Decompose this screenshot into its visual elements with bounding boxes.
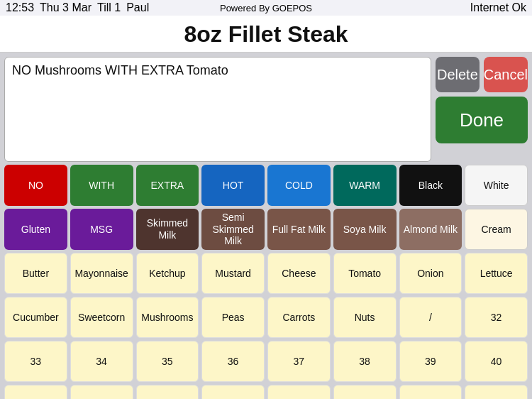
cell-row2-0[interactable]: Gluten: [4, 209, 67, 250]
order-text: NO Mushrooms WITH EXTRA Tomato: [12, 63, 228, 78]
cell-row3-5[interactable]: Tomato: [333, 253, 397, 294]
title-bar: 8oz Fillet Steak: [0, 16, 532, 53]
grid-row3: ButterMayonnaiseKetchupMustardCheeseToma…: [4, 253, 528, 294]
cell-row4-6[interactable]: /: [399, 297, 462, 338]
cell-row3-1[interactable]: Mayonnaise: [70, 253, 133, 294]
cell-row1-3[interactable]: HOT: [201, 165, 265, 206]
status-till: Till 1: [97, 1, 121, 14]
cell-row5-7[interactable]: 40: [465, 341, 528, 382]
cell-row6-4[interactable]: [267, 385, 331, 399]
cell-row4-3[interactable]: Peas: [201, 297, 265, 338]
cell-row2-2[interactable]: Skimmed Milk: [136, 209, 199, 250]
cell-row2-3[interactable]: Semi Skimmed Milk: [201, 209, 265, 250]
cell-row6-2[interactable]: [136, 385, 199, 399]
cell-row2-4[interactable]: Full Fat Milk: [267, 209, 331, 250]
cell-row6-0[interactable]: [4, 385, 67, 399]
cell-row4-4[interactable]: Carrots: [267, 297, 331, 338]
cell-row6-5[interactable]: [333, 385, 397, 399]
cell-row1-2[interactable]: EXTRA: [136, 165, 199, 206]
grid-row1: NOWITHEXTRAHOTCOLDWARMBlackWhite: [4, 165, 528, 206]
cell-row4-1[interactable]: Sweetcorn: [70, 297, 133, 338]
cell-row3-6[interactable]: Onion: [399, 253, 462, 294]
cell-row5-5[interactable]: 38: [333, 341, 397, 382]
status-bar: 12:53 Thu 3 Mar Till 1 Paul Powered By G…: [0, 0, 532, 16]
cell-row6-7[interactable]: [465, 385, 528, 399]
action-buttons: Delete Cancel Done: [436, 57, 528, 162]
order-display: NO Mushrooms WITH EXTRA Tomato: [4, 57, 431, 162]
grid-row4: CucumberSweetcornMushroomsPeasCarrotsNut…: [4, 297, 528, 338]
cell-row2-7[interactable]: Cream: [465, 209, 528, 250]
cell-row1-5[interactable]: WARM: [333, 165, 397, 206]
cell-row5-4[interactable]: 37: [267, 341, 331, 382]
cell-row1-0[interactable]: NO: [4, 165, 67, 206]
cell-row4-2[interactable]: Mushrooms: [136, 297, 199, 338]
cell-row2-1[interactable]: MSG: [70, 209, 133, 250]
cell-row6-1[interactable]: [70, 385, 133, 399]
status-time: 12:53: [6, 1, 34, 14]
cell-row1-6[interactable]: Black: [399, 165, 462, 206]
delete-button[interactable]: Delete: [436, 57, 480, 92]
done-button[interactable]: Done: [436, 97, 528, 143]
cell-row5-0[interactable]: 33: [4, 341, 67, 382]
status-user: Paul: [126, 1, 149, 14]
cell-row5-1[interactable]: 34: [70, 341, 133, 382]
cell-row4-0[interactable]: Cucumber: [4, 297, 67, 338]
cell-row4-5[interactable]: Nuts: [333, 297, 397, 338]
grid-row6: [4, 385, 528, 399]
cancel-button[interactable]: Cancel: [484, 57, 528, 92]
page-title: 8oz Fillet Steak: [0, 21, 532, 48]
status-left: 12:53 Thu 3 Mar Till 1 Paul: [6, 1, 149, 14]
grid-row5: 3334353637383940: [4, 341, 528, 382]
cell-row4-7[interactable]: 32: [465, 297, 528, 338]
cell-row3-2[interactable]: Ketchup: [136, 253, 199, 294]
cell-row3-3[interactable]: Mustard: [201, 253, 265, 294]
cell-row6-6[interactable]: [399, 385, 462, 399]
cell-row1-4[interactable]: COLD: [267, 165, 331, 206]
cell-row5-3[interactable]: 36: [201, 341, 265, 382]
cell-row2-5[interactable]: Soya Milk: [333, 209, 397, 250]
cell-row5-6[interactable]: 39: [399, 341, 462, 382]
powered-by: Powered By GOEPOS: [220, 3, 312, 13]
network-status: Internet Ok: [470, 1, 526, 14]
cell-row3-0[interactable]: Butter: [4, 253, 67, 294]
cell-row3-7[interactable]: Lettuce: [465, 253, 528, 294]
main-area: NO Mushrooms WITH EXTRA Tomato Delete Ca…: [0, 53, 532, 162]
cell-row2-6[interactable]: Almond Milk: [399, 209, 462, 250]
cell-row6-3[interactable]: [201, 385, 265, 399]
cell-row5-2[interactable]: 35: [136, 341, 199, 382]
grid-row2: GlutenMSGSkimmed MilkSemi Skimmed MilkFu…: [4, 209, 528, 250]
grid-area: NOWITHEXTRAHOTCOLDWARMBlackWhiteGlutenMS…: [0, 162, 532, 399]
cell-row1-7[interactable]: White: [465, 165, 528, 206]
status-day-date: Thu 3 Mar: [40, 1, 92, 14]
cell-row3-4[interactable]: Cheese: [267, 253, 331, 294]
cell-row1-1[interactable]: WITH: [70, 165, 133, 206]
